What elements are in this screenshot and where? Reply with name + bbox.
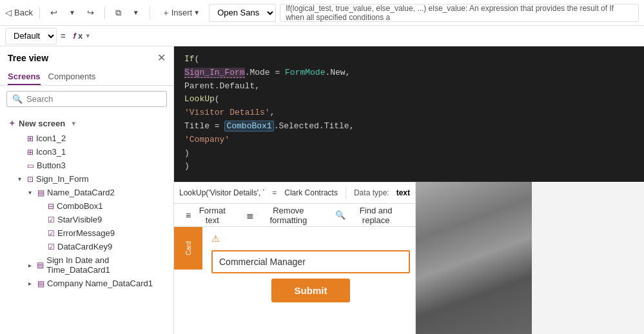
code-line-4: LookUp( bbox=[184, 93, 634, 106]
back-label: Back bbox=[14, 8, 33, 17]
formula-row: Default = f x ▼ bbox=[0, 26, 644, 46]
content-area: If( Sign_In_Form.Mode = FormMode.New, Pa… bbox=[174, 46, 644, 334]
formula-result-text: LookUp('Visitor Details', Title = ComboB… bbox=[179, 188, 264, 197]
format-toolbar: ≡ Format text ≣ Remove formatting 🔍 Find… bbox=[174, 204, 415, 227]
data-type-value: text bbox=[396, 188, 410, 197]
tab-screens[interactable]: Screens bbox=[8, 69, 41, 85]
right-preview-panel bbox=[416, 182, 532, 334]
list-item[interactable]: ▭ Button3 bbox=[0, 159, 173, 172]
combobox-icon: ⊟ bbox=[48, 202, 54, 211]
result-equals: = bbox=[272, 188, 277, 197]
remove-formatting-label: Remove formatting bbox=[257, 206, 320, 225]
code-line-9: ) bbox=[184, 160, 634, 173]
item-label: Sign_In_Form bbox=[36, 174, 89, 184]
code-line-7: 'Company' bbox=[184, 133, 634, 147]
search-input[interactable] bbox=[26, 94, 161, 104]
expand-icon: ▾ bbox=[18, 175, 24, 182]
insert-label: Insert bbox=[171, 8, 193, 17]
item-label: Company Name_DataCard1 bbox=[47, 279, 153, 288]
list-item[interactable]: ⊞ Icon1_2 bbox=[0, 132, 173, 145]
code-line-2: Sign_In_Form.Mode = FormMode.New, bbox=[184, 66, 634, 80]
tree-close-button[interactable]: ✕ bbox=[157, 52, 166, 64]
list-item[interactable]: ☑ DataCardKey9 bbox=[0, 240, 173, 253]
find-replace-button[interactable]: 🔍 Find and replace bbox=[329, 203, 410, 228]
result-bar: LookUp('Visitor Details', Title = ComboB… bbox=[174, 182, 415, 204]
format-text-icon: ≡ bbox=[186, 210, 191, 221]
submit-label: Submit bbox=[295, 285, 327, 296]
plus-icon: ＋ bbox=[8, 117, 16, 129]
back-button[interactable]: ◁ Back bbox=[5, 8, 33, 17]
item-label: DataCardKey9 bbox=[57, 242, 112, 251]
item-label: Icon3_1 bbox=[36, 147, 66, 157]
undo-button[interactable]: ↩ bbox=[46, 5, 61, 20]
remove-formatting-button[interactable]: ≣ Remove formatting bbox=[240, 203, 326, 228]
redo-button[interactable]: ↪ bbox=[83, 5, 98, 20]
list-item[interactable]: ☑ StarVisible9 bbox=[0, 213, 173, 226]
formula-hint-bar: If(logical_test, true_value, else_value,… bbox=[280, 4, 639, 22]
x-label: x bbox=[78, 31, 83, 41]
item-label: ComboBox1 bbox=[57, 201, 103, 211]
tree-tabs: Screens Components bbox=[0, 69, 173, 86]
redo-icon: ↪ bbox=[87, 8, 94, 17]
tree-body: ＋ New screen ▼ ⊞ Icon1_2 ⊞ Icon3_1 ▭ But… bbox=[0, 112, 173, 334]
code-editor[interactable]: If( Sign_In_Form.Mode = FormMode.New, Pa… bbox=[174, 46, 644, 182]
plus-icon: ＋ bbox=[162, 7, 170, 19]
submit-button-container: Submit bbox=[211, 279, 410, 302]
list-item[interactable]: ▸ ▤ Sign In Date and Time_DataCard1 bbox=[0, 253, 173, 277]
code-line-3: Parent.Default, bbox=[184, 80, 634, 93]
fx-label: f bbox=[73, 31, 76, 41]
new-screen-button[interactable]: ＋ New screen ▼ bbox=[0, 115, 173, 132]
data-type-label: Data type: bbox=[354, 188, 389, 197]
list-item[interactable]: ▾ ▤ Name_DataCard2 bbox=[0, 186, 173, 199]
code-line-1: If( bbox=[184, 53, 634, 66]
code-line-6: Title = ComboBox1.Selected.Title, bbox=[184, 120, 634, 133]
card-label: Card bbox=[185, 241, 192, 255]
chevron-down-2-icon[interactable]: ▼ bbox=[129, 6, 143, 19]
fx-button[interactable]: f x ▼ bbox=[70, 30, 95, 42]
tree-view-panel: Tree view ✕ Screens Components 🔍 ＋ New s… bbox=[0, 46, 174, 334]
font-selector[interactable]: Open Sans bbox=[209, 4, 276, 22]
form-ref: Sign_In_Form bbox=[184, 68, 245, 78]
canvas-left: LookUp('Visitor Details', Title = ComboB… bbox=[174, 182, 416, 334]
checkbox-icon: ☑ bbox=[48, 215, 55, 224]
checkbox-icon: ☑ bbox=[48, 242, 55, 251]
expand-icon: ▾ bbox=[28, 189, 35, 196]
list-item[interactable]: ⊞ Icon3_1 bbox=[0, 145, 173, 159]
combobox-ref: ComboBox1 bbox=[224, 121, 273, 132]
result-separator bbox=[346, 187, 346, 199]
button-icon: ▭ bbox=[27, 161, 34, 170]
item-label: Button3 bbox=[37, 161, 66, 170]
formula-hint-text: If(logical_test, true_value, else_value,… bbox=[286, 4, 633, 22]
main-area: Tree view ✕ Screens Components 🔍 ＋ New s… bbox=[0, 46, 644, 334]
submit-button[interactable]: Submit bbox=[271, 279, 351, 302]
datacard-icon: ▤ bbox=[37, 279, 44, 288]
list-item[interactable]: ▸ ▤ Company Name_DataCard1 bbox=[0, 277, 173, 290]
orange-card-indicator: Card bbox=[174, 227, 202, 270]
dropdown-icon: ▼ bbox=[69, 9, 75, 16]
tree-header: Tree view ✕ bbox=[0, 46, 173, 69]
commercial-manager-input[interactable]: Commercial Manager bbox=[211, 250, 410, 273]
warning-row: ⚠ bbox=[211, 232, 410, 245]
new-screen-chevron-icon: ▼ bbox=[70, 120, 77, 127]
tab-components[interactable]: Components bbox=[48, 69, 96, 85]
list-item[interactable]: ☑ ErrorMessage9 bbox=[0, 226, 173, 240]
code-line-8: ) bbox=[184, 147, 634, 161]
toolbar-separator-3 bbox=[150, 6, 150, 19]
insert-button[interactable]: ＋ Insert ▼ bbox=[157, 5, 205, 21]
copy-button[interactable]: ⧉ bbox=[112, 5, 125, 21]
remove-formatting-icon: ≣ bbox=[246, 210, 254, 221]
find-icon: 🔍 bbox=[335, 210, 346, 220]
expand-icon: ▸ bbox=[28, 262, 34, 269]
toolbar-separator-2 bbox=[104, 6, 105, 19]
search-container: 🔍 bbox=[6, 91, 167, 107]
equals-sign: = bbox=[61, 31, 66, 41]
item-label: Name_DataCard2 bbox=[47, 188, 115, 197]
property-selector[interactable]: Default bbox=[5, 28, 57, 44]
list-item[interactable]: ▾ ⊡ Sign_In_Form bbox=[0, 172, 173, 186]
form-content: ⚠ Commercial Manager Submit bbox=[206, 227, 415, 313]
result-value: Clark Contracts bbox=[284, 188, 338, 197]
list-item[interactable]: ⊟ ComboBox1 bbox=[0, 199, 173, 213]
back-arrow-icon: ◁ bbox=[5, 8, 12, 17]
format-text-button[interactable]: ≡ Format text bbox=[179, 203, 237, 228]
chevron-down-icon[interactable]: ▼ bbox=[65, 6, 79, 19]
